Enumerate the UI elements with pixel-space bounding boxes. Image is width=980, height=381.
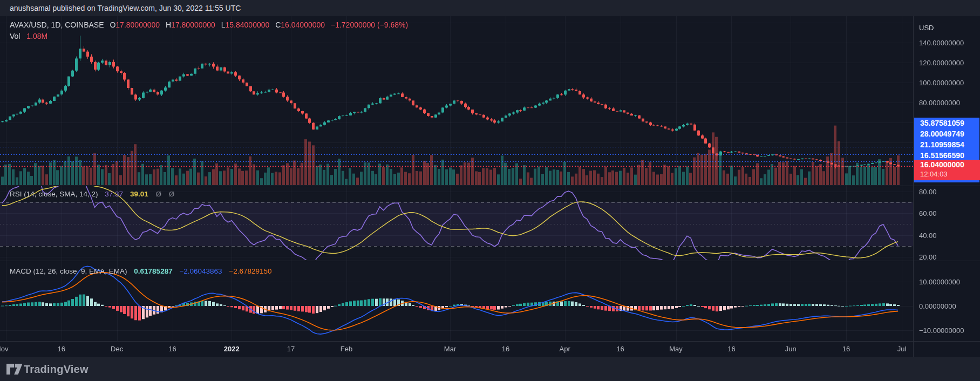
symbol-title: AVAX/USD, 1D, COINBASE — [10, 21, 104, 29]
volume-value: 1.08M — [26, 32, 47, 40]
rsi-sma-value: 39.01 — [130, 190, 148, 198]
open-label: O — [110, 21, 115, 29]
publish-info-text: anushsamal published on TradingView.com,… — [10, 4, 241, 12]
rsi-title: RSI (14, close, SMA, 14, 2) — [10, 190, 98, 198]
volume-label: Vol — [10, 32, 20, 40]
price-axis[interactable] — [913, 16, 980, 357]
change-value: −1.72000000 (−9.68%) — [331, 21, 408, 29]
high-value: 17.80000000 — [171, 21, 215, 29]
rsi-empty-2: Ø — [169, 190, 175, 198]
macd-legend: MACD (12, 26, close, 9, EMA, EMA) 0.6178… — [10, 267, 272, 275]
close-label: C — [275, 21, 281, 29]
footer-bar: TradingView — [0, 357, 980, 381]
macd-line-value: −2.06043863 — [179, 267, 222, 275]
tradingview-published-chart: anushsamal published on TradingView.com,… — [0, 0, 980, 381]
symbol-legend: AVAX/USD, 1D, COINBASE O17.80000000 H17.… — [10, 21, 408, 29]
publish-info-bar: anushsamal published on TradingView.com,… — [0, 0, 980, 16]
rsi-legend: RSI (14, close, SMA, 14, 2) 37.37 39.01 … — [10, 190, 174, 198]
macd-title: MACD (12, 26, close, 9, EMA, EMA) — [10, 267, 127, 275]
rsi-value: 37.37 — [105, 190, 123, 198]
close-value: 16.04000000 — [281, 21, 325, 29]
open-value: 17.80000000 — [115, 21, 160, 29]
volume-legend: Vol 1.08M — [10, 32, 47, 40]
tradingview-brand-text[interactable]: TradingView — [24, 363, 89, 376]
time-axis[interactable] — [0, 341, 913, 357]
low-value: 15.84000000 — [226, 21, 270, 29]
rsi-empty-1: Ø — [155, 190, 161, 198]
high-label: H — [166, 21, 171, 29]
low-label: L — [221, 21, 226, 29]
macd-histogram-value: 0.61785287 — [134, 267, 172, 275]
macd-signal-value: −2.67829150 — [229, 267, 271, 275]
tradingview-logo-icon[interactable] — [6, 364, 23, 375]
